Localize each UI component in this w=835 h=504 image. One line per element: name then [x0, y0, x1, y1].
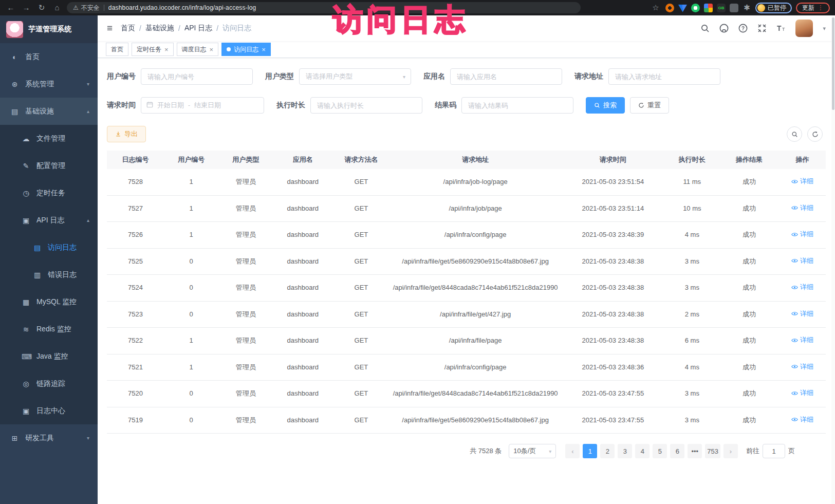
search-icon[interactable] [700, 24, 710, 33]
page-button-2[interactable]: 2 [600, 444, 615, 458]
filter-input-请求地址[interactable] [608, 68, 720, 85]
sidebar-item-研发工具[interactable]: ⊞研发工具▾ [0, 424, 98, 452]
sidebar-item-链路追踪[interactable]: ◎链路追踪 [0, 370, 98, 397]
detail-link[interactable]: 详细 [791, 256, 813, 266]
cell-url: /api/infra/job/page [389, 195, 561, 222]
export-button[interactable]: 导出 [107, 126, 146, 142]
sidebar-item-首页[interactable]: ◐首页 [0, 43, 98, 70]
profile-paused-badge[interactable]: 已暂停 [755, 3, 792, 13]
sidebar-item-日志中心[interactable]: ▣日志中心 [0, 397, 98, 424]
page-button-753[interactable]: 753 [705, 444, 720, 458]
chrome-update-button[interactable]: 更新 ⋮ [796, 3, 830, 13]
detail-link[interactable]: 详细 [791, 176, 813, 186]
page-button-6[interactable]: 6 [670, 444, 684, 458]
sidebar-item-定时任务[interactable]: ◷定时任务 [0, 179, 98, 207]
fullscreen-icon[interactable] [757, 24, 767, 33]
filter-input-应用名[interactable] [450, 68, 562, 85]
collapse-sidebar-icon[interactable]: ≡ [107, 23, 113, 34]
help-icon[interactable]: ? [738, 24, 748, 33]
filter-input-执行时长[interactable] [310, 97, 422, 114]
page-button-5[interactable]: 5 [653, 444, 667, 458]
close-icon[interactable]: × [262, 46, 266, 53]
page-button-3[interactable]: 3 [618, 444, 632, 458]
more-pages-button[interactable]: ••• [688, 444, 702, 458]
sidebar-item-Redis 监控[interactable]: ≋Redis 监控 [0, 315, 98, 343]
tab-访问日志[interactable]: 访问日志× [221, 43, 271, 56]
detail-link[interactable]: 详细 [791, 415, 813, 425]
back-icon[interactable]: ← [5, 1, 16, 15]
goto-page-input[interactable] [763, 444, 785, 458]
detail-link[interactable]: 详细 [791, 203, 813, 213]
address-bar[interactable]: ⚠ 不安全 dashboard.yudao.iocoder.cn/infra/l… [67, 2, 581, 13]
font-size-icon[interactable]: T T [776, 24, 786, 33]
next-page-button[interactable]: › [723, 444, 738, 458]
close-icon[interactable]: × [210, 46, 214, 53]
prev-page-button[interactable]: ‹ [565, 444, 580, 458]
sidebar-item-访问日志[interactable]: ▤访问日志 [0, 234, 98, 261]
detail-link[interactable]: 详细 [791, 309, 813, 319]
app-logo[interactable]: 芋道管理系统 [0, 15, 98, 43]
refresh-table-icon[interactable] [807, 126, 823, 142]
breadcrumb-item[interactable]: 首页 [121, 24, 135, 33]
extension-icon-orange[interactable] [665, 4, 674, 12]
page-size-select[interactable]: 10条/页 ▾ [509, 444, 556, 458]
filter-label-执行时长: 执行时长 [276, 101, 305, 110]
forward-icon[interactable]: → [21, 1, 32, 15]
tab-调度日志[interactable]: 调度日志× [177, 43, 219, 56]
extension-icon-grid[interactable] [704, 4, 713, 12]
sidebar-item-Java 监控[interactable]: ⌨Java 监控 [0, 343, 98, 370]
detail-link[interactable]: 详细 [791, 229, 813, 239]
search-button[interactable]: 搜索 [586, 97, 625, 114]
sidebar-item-错误日志[interactable]: ▥错误日志 [0, 261, 98, 288]
page-button-1[interactable]: 1 [583, 444, 597, 458]
filter-input-用户编号[interactable] [141, 68, 253, 85]
tab-定时任务[interactable]: 定时任务× [132, 43, 174, 56]
refresh-icon [638, 102, 644, 108]
page-button-4[interactable]: 4 [635, 444, 650, 458]
breadcrumb-item: 访问日志 [222, 24, 251, 33]
sidebar-item-配置管理[interactable]: ✎配置管理 [0, 152, 98, 179]
cell-duration: 3 ms [665, 248, 719, 275]
kebab-menu-icon[interactable]: ⋮ [818, 4, 824, 11]
detail-link[interactable]: 详细 [791, 282, 813, 292]
breadcrumb-item[interactable]: API 日志 [184, 24, 212, 33]
sidebar-item-基础设施[interactable]: ▤基础设施▴ [0, 98, 98, 125]
sidebar-item-系统管理[interactable]: ⊛系统管理▾ [0, 70, 98, 98]
extension-icon-green[interactable] [691, 4, 700, 12]
cell-user_id: 1 [164, 328, 218, 354]
cell-id: 7527 [107, 195, 164, 222]
filter-daterange-请求时间[interactable]: 开始日期-结束日期 [141, 97, 264, 114]
toggle-search-icon[interactable] [787, 126, 802, 142]
extension-icon-shield[interactable] [678, 4, 687, 12]
sidebar-item-MySQL 监控[interactable]: ▦MySQL 监控 [0, 288, 98, 315]
extension-icon-pinwheel[interactable]: ✱ [743, 1, 751, 15]
home-icon[interactable]: ⌂ [51, 1, 63, 15]
chevron-down-icon[interactable]: ▾ [823, 25, 826, 32]
scrollbar-thumb[interactable] [832, 17, 834, 110]
cell-app: dashboard [273, 275, 332, 302]
close-icon[interactable]: × [164, 46, 169, 53]
breadcrumb-item[interactable]: 基础设施 [145, 24, 174, 33]
not-secure-warning[interactable]: ⚠ 不安全 [73, 4, 100, 12]
user-avatar[interactable] [795, 20, 813, 37]
github-icon[interactable] [719, 24, 729, 33]
extension-icon-gray[interactable] [730, 4, 738, 12]
filter-input-结果码[interactable] [461, 97, 573, 114]
sidebar-item-文件管理[interactable]: ☁文件管理 [0, 125, 98, 152]
sidebar-item-API 日志[interactable]: ▣API 日志▴ [0, 207, 98, 234]
page-scrollbar[interactable] [831, 15, 835, 504]
filter-select-用户类型[interactable]: 请选择用户类型▾ [299, 68, 411, 85]
reset-button[interactable]: 重置 [630, 97, 669, 114]
extension-icon-gb[interactable]: GB [717, 4, 726, 12]
detail-link[interactable]: 详细 [791, 362, 813, 372]
tab-首页[interactable]: 首页 [106, 43, 128, 56]
detail-link[interactable]: 详细 [791, 388, 813, 398]
detail-label: 详细 [800, 282, 813, 292]
detail-link[interactable]: 详细 [791, 335, 813, 345]
header-actions: ? T T ▾ [700, 20, 826, 37]
table-row: 75281管理员dashboardGET/api/infra/job-log/p… [107, 169, 826, 195]
bookmark-star-icon[interactable]: ☆ [650, 1, 661, 15]
cell-time: 2021-05-03 23:47:55 [561, 407, 665, 434]
cell-user_id: 0 [164, 248, 218, 275]
reload-icon[interactable]: ↻ [36, 1, 47, 15]
